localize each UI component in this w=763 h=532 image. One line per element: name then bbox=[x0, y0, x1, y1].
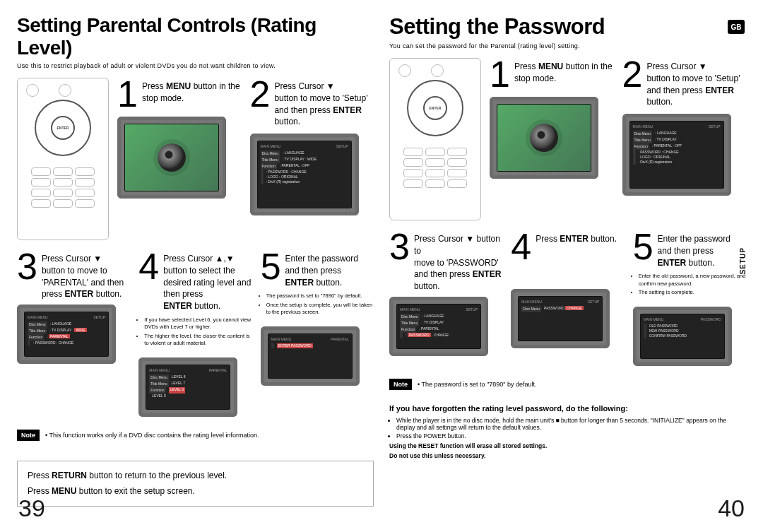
step-number: 5 bbox=[261, 250, 281, 288]
subtitle-password: You can set the password for the Parenta… bbox=[389, 42, 746, 49]
step-text: Press Cursor ▼button to move to 'PARENTA… bbox=[42, 250, 130, 300]
tv-preview-image bbox=[490, 97, 598, 179]
step-text: Press Cursor ▲,▼ button to select the de… bbox=[163, 250, 252, 312]
tv-preview-menu: MAIN MENUSETUP Disc Menu: LANGUAGE Title… bbox=[622, 114, 731, 196]
step-text: Press ENTER button. bbox=[536, 230, 617, 264]
tv-preview-menu: MAIN MENUPARENTAL ENTER PASSWORD bbox=[261, 326, 360, 386]
remote-illustration bbox=[389, 58, 481, 220]
step-notes: If you have selected Level 6, you cannot… bbox=[138, 317, 252, 349]
page-right: Setting the Password You can set the pas… bbox=[389, 14, 746, 525]
step-number: 1 bbox=[490, 58, 510, 91]
remote-illustration bbox=[17, 78, 109, 240]
step-text: Press Cursor ▼button to move to 'Setup' … bbox=[646, 58, 746, 108]
step-number: 3 bbox=[17, 250, 37, 300]
step-number: 1 bbox=[117, 78, 138, 111]
footer-help: Press RETURN button to return to the pre… bbox=[17, 461, 374, 507]
note-bar: Note • The password is set to "7890" by … bbox=[389, 379, 746, 390]
step-notes: The password is set to "7890" by default… bbox=[261, 292, 374, 318]
step-text: Press MENU button in the stop mode. bbox=[514, 58, 614, 91]
tv-preview-menu: MAIN MENUSETUP Disc Menu: LANGUAGE Title… bbox=[389, 297, 488, 356]
tv-preview-menu: MAIN MENUSETUP Disc Menu: LANGUAGE Title… bbox=[17, 305, 116, 364]
tv-preview-menu: MAIN MENUPASSWORD OLD PASSWORD NEW PASSW… bbox=[633, 307, 732, 366]
step-number: 2 bbox=[622, 58, 643, 108]
step-text: Press Cursor ▼button to move to 'Setup' … bbox=[274, 78, 374, 128]
note-tag: Note bbox=[389, 379, 412, 390]
page-number-right: 40 bbox=[718, 495, 745, 522]
step-text: Press MENU button in the stop mode. bbox=[142, 78, 242, 111]
lang-badge: GB bbox=[728, 20, 745, 34]
heading-parental: Setting Parental Controls (Rating Level) bbox=[17, 14, 374, 59]
tv-preview-menu: MAIN MENUSETUP Disc MenuPASSWORD CHANGE bbox=[511, 289, 610, 348]
forgot-section: If you have forgotten the rating level p… bbox=[389, 404, 746, 459]
step-number: 4 bbox=[138, 250, 159, 312]
step-text: Enter the password and then pressENTER b… bbox=[285, 250, 374, 288]
step-number: 3 bbox=[389, 230, 410, 292]
step-number: 5 bbox=[633, 230, 653, 268]
step-notes: Enter the old password, a new password, … bbox=[633, 273, 746, 298]
step-text: Press Cursor ▼ button tomove to 'PASSWOR… bbox=[414, 230, 502, 292]
note-bar: Note • This function works only if a DVD… bbox=[17, 430, 374, 441]
page-left: Setting Parental Controls (Rating Level)… bbox=[17, 14, 374, 525]
heading-password: Setting the Password bbox=[389, 14, 746, 40]
step-number: 2 bbox=[250, 78, 271, 128]
section-tab: SETUP bbox=[739, 247, 749, 274]
tv-preview-image bbox=[117, 117, 226, 199]
tv-preview-menu: MAIN MENUSETUP Disc Menu: LANGUAGE Title… bbox=[250, 134, 359, 215]
subtitle-parental: Use this to restrict playback of adult o… bbox=[17, 62, 374, 69]
tv-preview-menu: MAIN MENUPARENTAL Disc MenuLEVEL 8 Title… bbox=[138, 357, 237, 417]
note-tag: Note bbox=[17, 430, 40, 441]
page-number-left: 39 bbox=[18, 495, 45, 522]
step-text: Enter the password and then pressENTER b… bbox=[658, 230, 746, 268]
step-number: 4 bbox=[511, 230, 531, 264]
